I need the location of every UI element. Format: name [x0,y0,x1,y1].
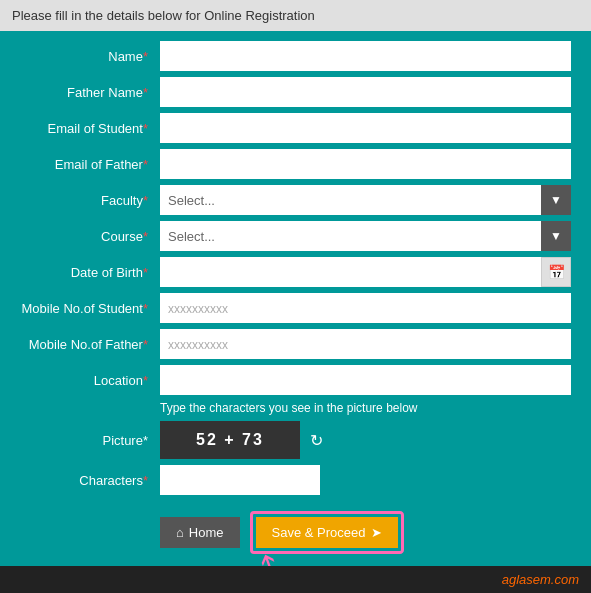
arrow-right-icon: ➤ [371,525,382,540]
mobile-father-row: Mobile No.of Father* [20,329,571,359]
location-row: Location* [20,365,571,395]
faculty-label: Faculty* [20,193,160,208]
captcha-box: 52 + 73 [160,421,300,459]
name-row: Name* [20,41,571,71]
course-select-wrapper: Select... ▼ [160,221,571,251]
mobile-father-input[interactable] [160,329,571,359]
picture-row: Picture* 52 + 73 ↻ [20,421,571,459]
mobile-student-row: Mobile No.of Student* [20,293,571,323]
faculty-select-wrapper: Select... ▼ [160,185,571,215]
button-row: ⌂ Home Save & Proceed ➤ ⤴ [160,511,571,554]
header-text: Please fill in the details below for Onl… [12,8,315,23]
course-row: Course* Select... ▼ [20,221,571,251]
footer-text: aglasem.com [502,572,579,587]
characters-row: Characters* [20,465,571,495]
characters-label: Characters* [20,473,160,488]
captcha-hint: Type the characters you see in the pictu… [160,401,571,415]
location-label: Location* [20,373,160,388]
course-select[interactable]: Select... [160,221,571,251]
father-name-label: Father Name* [20,85,160,100]
save-proceed-button[interactable]: Save & Proceed ➤ [256,517,398,548]
email-student-label: Email of Student* [20,121,160,136]
course-label: Course* [20,229,160,244]
name-input[interactable] [160,41,571,71]
header-bar: Please fill in the details below for Onl… [0,0,591,31]
faculty-row: Faculty* Select... ▼ [20,185,571,215]
characters-input[interactable] [160,465,320,495]
father-name-row: Father Name* [20,77,571,107]
email-student-input[interactable] [160,113,571,143]
dob-row: Date of Birth* 📅 [20,257,571,287]
email-student-row: Email of Student* [20,113,571,143]
mobile-father-label: Mobile No.of Father* [20,337,160,352]
dob-input-wrapper: 📅 [160,257,571,287]
email-father-label: Email of Father* [20,157,160,172]
location-input[interactable] [160,365,571,395]
form-container: Name* Father Name* Email of Student* Ema… [0,31,591,574]
name-label: Name* [20,49,160,64]
save-highlight-wrapper: Save & Proceed ➤ [250,511,404,554]
calendar-icon[interactable]: 📅 [541,257,571,287]
mobile-student-label: Mobile No.of Student* [20,301,160,316]
captcha-refresh-icon[interactable]: ↻ [310,431,323,450]
home-button[interactable]: ⌂ Home [160,517,240,548]
father-name-input[interactable] [160,77,571,107]
faculty-select[interactable]: Select... [160,185,571,215]
dob-label: Date of Birth* [20,265,160,280]
picture-label: Picture* [20,433,160,448]
mobile-student-input[interactable] [160,293,571,323]
footer-bar: aglasem.com [0,566,591,593]
home-icon: ⌂ [176,525,184,540]
email-father-input[interactable] [160,149,571,179]
email-father-row: Email of Father* [20,149,571,179]
dob-input[interactable] [160,257,571,287]
